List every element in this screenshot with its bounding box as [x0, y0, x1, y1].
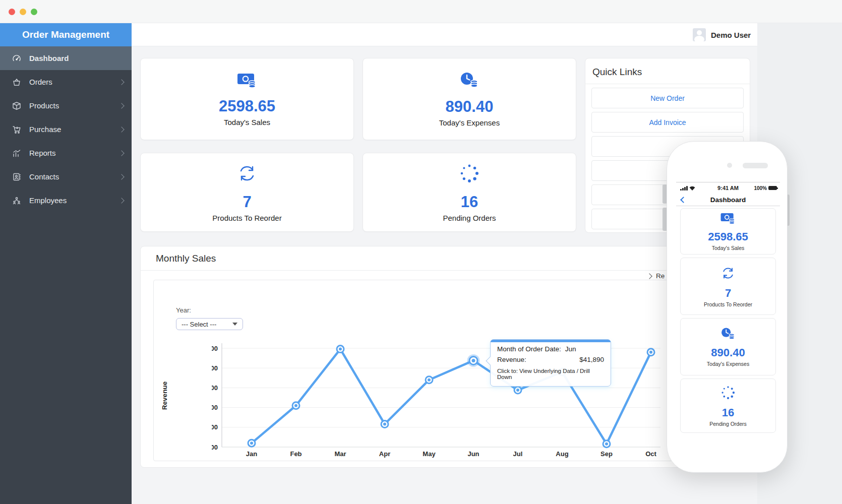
- basket-icon: [12, 78, 21, 87]
- monthly-sales-title: Monthly Sales: [141, 246, 750, 271]
- sidebar-item-label: Contacts: [29, 172, 119, 181]
- x-tick-label: Jan: [246, 450, 257, 458]
- spinner-icon: [720, 385, 736, 403]
- year-select-value: --- Select ---: [182, 321, 216, 328]
- sidebar-item-employees[interactable]: Employees: [0, 188, 132, 212]
- chevron-right-icon: [646, 273, 652, 279]
- stat-card-todays-expenses[interactable]: 890.40 Today's Expenses: [363, 58, 576, 140]
- chart-legend[interactable]: Re: [647, 272, 665, 280]
- quick-link-add-invoice[interactable]: Add Invoice: [591, 112, 744, 133]
- tooltip-action-hint: Click to: View Underlying Data / Drill D…: [491, 363, 611, 380]
- year-label: Year:: [176, 306, 191, 314]
- stat-label: Today's Sales: [712, 245, 744, 251]
- x-tick-label: May: [423, 450, 436, 458]
- x-tick-label: Jul: [513, 450, 523, 458]
- tooltip-month-value: Jun: [565, 345, 576, 353]
- phone-nav-title: Dashboard: [710, 196, 746, 204]
- phone-nav-bar: Dashboard: [676, 194, 780, 206]
- phone-stat-card-pending[interactable]: 16 Pending Orders: [680, 379, 776, 433]
- stat-label: Products To Reorder: [704, 301, 752, 307]
- camera-icon: [727, 163, 732, 168]
- sidebar-item-orders[interactable]: Orders: [0, 70, 132, 94]
- contact-card-icon: [12, 172, 21, 181]
- stat-value: 890.40: [711, 347, 745, 358]
- quick-links-title: Quick Links: [585, 58, 750, 84]
- chart-tooltip: Month of Order Date: Jun Revenue: $41,89…: [490, 339, 611, 387]
- stat-value: 2598.65: [708, 231, 748, 242]
- chevron-right-icon: [118, 150, 124, 156]
- chart-point-center: [472, 359, 475, 362]
- window-titlebar: [0, 0, 842, 23]
- sidebar: Order Management Dashboard Orders Produc…: [0, 23, 132, 504]
- stat-card-todays-sales[interactable]: 2598.65 Today's Sales: [140, 58, 354, 140]
- cart-icon: [12, 125, 21, 134]
- quick-link-new-order[interactable]: New Order: [591, 88, 744, 108]
- close-window-icon[interactable]: [9, 9, 15, 15]
- stat-value: 2598.65: [219, 98, 275, 115]
- tooltip-month-label: Month of Order Date:: [497, 345, 561, 353]
- sidebar-item-label: Purchase: [29, 125, 119, 134]
- sidebar-item-label: Products: [29, 101, 119, 110]
- x-tick-label: Jun: [467, 450, 479, 458]
- stat-value: 16: [461, 194, 478, 211]
- x-tick-label: Sep: [600, 450, 613, 458]
- gauge-icon: [12, 54, 21, 63]
- chevron-right-icon: [118, 198, 124, 203]
- stat-card-products-to-reorder[interactable]: 7 Products To Reorder: [140, 153, 354, 232]
- sidebar-item-products[interactable]: Products: [0, 94, 132, 117]
- refresh-icon: [236, 162, 258, 186]
- stat-label: Today's Expenses: [439, 118, 500, 127]
- chevron-right-icon: [118, 103, 124, 108]
- money-icon: [720, 212, 736, 227]
- app-title: Order Management: [0, 23, 132, 46]
- chart-point-center: [339, 348, 342, 351]
- legend-label-clipped: Re: [656, 272, 665, 280]
- chart-point-center: [294, 404, 297, 407]
- spinner-icon: [458, 162, 480, 186]
- stat-label: Pending Orders: [443, 214, 496, 222]
- y-tick-label: $20,000: [212, 444, 218, 451]
- chart-point-center: [383, 423, 386, 426]
- stat-label: Today's Expenses: [707, 361, 749, 367]
- speaker-grill: [743, 163, 768, 168]
- phone-stat-card-reorder[interactable]: 7 Products To Reorder: [680, 258, 776, 315]
- x-tick-label: Feb: [290, 450, 302, 458]
- y-tick-label: $35,000: [212, 384, 218, 392]
- chevron-right-icon: [118, 127, 124, 132]
- user-name: Demo User: [711, 31, 751, 39]
- sidebar-item-reports[interactable]: Reports: [0, 141, 132, 165]
- stat-value: 7: [725, 287, 731, 299]
- user-menu[interactable]: Demo User: [693, 28, 751, 41]
- sidebar-item-label: Orders: [29, 78, 119, 86]
- y-tick-label: $40,000: [212, 364, 218, 372]
- maximize-window-icon[interactable]: [31, 9, 37, 15]
- y-tick-label: $30,000: [212, 404, 218, 411]
- stat-card-pending-orders[interactable]: 16 Pending Orders: [363, 153, 576, 232]
- chart-point-center: [250, 442, 253, 445]
- phone-status-bar: 9:41 AM 100%: [676, 182, 780, 194]
- x-tick-label: Mar: [334, 450, 346, 458]
- stat-value: 16: [722, 407, 734, 418]
- back-chevron-icon[interactable]: [680, 197, 687, 203]
- minimize-window-icon[interactable]: [20, 9, 26, 15]
- phone-mockup: 9:41 AM 100% Dashboard 2598.65 Today's S…: [667, 141, 788, 473]
- refresh-icon: [720, 265, 736, 283]
- stat-value: 7: [243, 194, 251, 211]
- phone-stat-card-sales[interactable]: 2598.65 Today's Sales: [680, 208, 776, 255]
- sidebar-item-dashboard[interactable]: Dashboard: [0, 46, 132, 70]
- sidebar-item-contacts[interactable]: Contacts: [0, 165, 132, 188]
- sidebar-item-label: Dashboard: [29, 54, 124, 62]
- sidebar-item-label: Employees: [29, 196, 119, 205]
- tooltip-revenue-value: $41,890: [579, 356, 604, 363]
- money-icon: [236, 72, 258, 91]
- chart-point-center: [605, 443, 608, 446]
- sidebar-item-label: Reports: [29, 149, 119, 157]
- chevron-right-icon: [118, 79, 124, 85]
- sidebar-item-purchase[interactable]: Purchase: [0, 117, 132, 141]
- stat-value: 890.40: [446, 98, 494, 115]
- stat-label: Products To Reorder: [212, 214, 281, 222]
- box-icon: [12, 101, 21, 110]
- avatar: [693, 28, 706, 41]
- chart-icon: [12, 149, 21, 158]
- phone-stat-card-expenses[interactable]: 890.40 Today's Expenses: [680, 318, 776, 375]
